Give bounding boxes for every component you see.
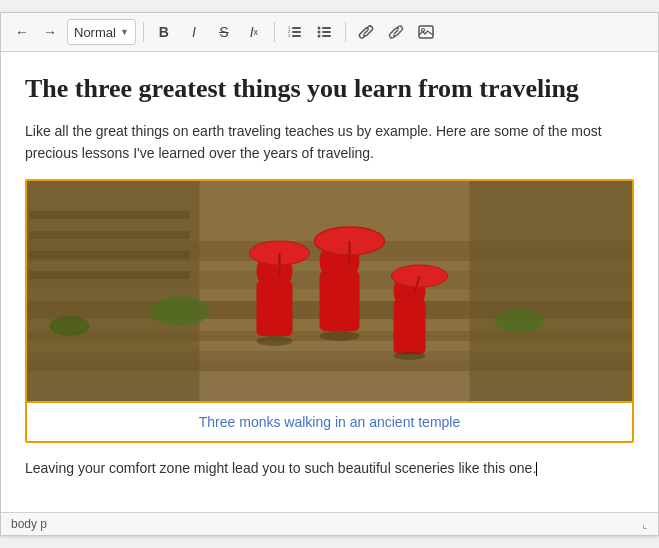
svg-point-29 xyxy=(150,296,210,326)
svg-rect-26 xyxy=(30,251,190,259)
svg-rect-27 xyxy=(30,271,190,279)
format-label: Normal xyxy=(74,25,116,40)
format-select[interactable]: Normal ▼ xyxy=(67,19,136,45)
svg-rect-6 xyxy=(322,27,331,29)
insert-image-button[interactable] xyxy=(413,19,439,45)
image-caption: Three monks walking in an ancient temple xyxy=(199,414,460,430)
editor-wrapper: ← → Normal ▼ B I S Ix 123 The three gr xyxy=(0,12,659,536)
subscript-button[interactable]: Ix xyxy=(241,19,267,45)
redo-button[interactable]: → xyxy=(37,19,63,45)
image-block[interactable]: Three monks walking in an ancient temple xyxy=(25,179,634,443)
italic-button[interactable]: I xyxy=(181,19,207,45)
svg-rect-24 xyxy=(30,211,190,219)
svg-rect-43 xyxy=(394,299,426,354)
svg-point-49 xyxy=(394,352,426,360)
svg-point-9 xyxy=(317,27,320,30)
svg-rect-7 xyxy=(322,31,331,33)
image-caption-box: Three monks walking in an ancient temple xyxy=(27,401,632,441)
link-button[interactable] xyxy=(353,19,379,45)
svg-point-30 xyxy=(50,316,90,336)
article-title: The three greatest things you learn from… xyxy=(25,72,634,106)
chevron-down-icon: ▼ xyxy=(120,27,129,37)
article-intro: Like all the great things on earth trave… xyxy=(25,120,634,165)
svg-point-10 xyxy=(317,31,320,34)
resize-handle-icon: ⌞ xyxy=(642,517,648,531)
svg-rect-1 xyxy=(292,31,301,33)
svg-rect-2 xyxy=(292,35,301,37)
svg-point-13 xyxy=(421,29,424,32)
svg-point-47 xyxy=(257,336,293,346)
toolbar-divider-1 xyxy=(143,22,144,42)
article-image xyxy=(27,181,632,401)
svg-rect-33 xyxy=(257,281,293,336)
ordered-list-button[interactable]: 123 xyxy=(282,19,308,45)
toolbar-divider-2 xyxy=(274,22,275,42)
svg-rect-38 xyxy=(320,271,360,331)
svg-rect-0 xyxy=(292,27,301,29)
content-area[interactable]: The three greatest things you learn from… xyxy=(1,52,658,512)
undo-redo-group: ← → xyxy=(9,19,63,45)
bold-button[interactable]: B xyxy=(151,19,177,45)
unordered-list-button[interactable] xyxy=(312,19,338,45)
svg-rect-8 xyxy=(322,35,331,37)
svg-point-11 xyxy=(317,35,320,38)
svg-point-31 xyxy=(495,309,545,333)
svg-point-48 xyxy=(320,331,360,341)
status-bar: body p ⌞ xyxy=(1,512,658,535)
svg-text:3: 3 xyxy=(288,33,291,38)
unlink-button[interactable] xyxy=(383,19,409,45)
status-path: body p xyxy=(11,517,47,531)
svg-rect-25 xyxy=(30,231,190,239)
toolbar: ← → Normal ▼ B I S Ix 123 xyxy=(1,13,658,52)
article-outro: Leaving your comfort zone might lead you… xyxy=(25,457,634,479)
svg-rect-28 xyxy=(470,181,633,401)
toolbar-divider-3 xyxy=(345,22,346,42)
undo-button[interactable]: ← xyxy=(9,19,35,45)
text-cursor xyxy=(536,462,537,476)
strikethrough-button[interactable]: S xyxy=(211,19,237,45)
